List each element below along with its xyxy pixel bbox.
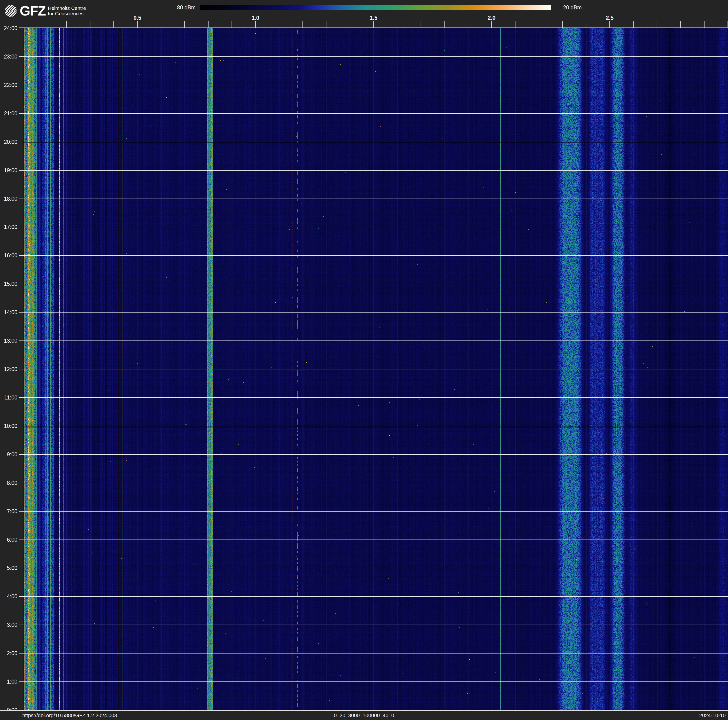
footer-doi-link[interactable]: https://doi.org/10.5880/GFZ.1.2.2024.003 xyxy=(22,712,117,718)
brand-subtitle-line2: for Geosciences xyxy=(48,11,86,16)
freq-minor-tick xyxy=(113,21,114,28)
time-tick-label: 17:00 xyxy=(1,224,17,230)
colorbar-max-label: -20 dBm xyxy=(561,5,582,11)
time-tick-label: 10:00 xyxy=(1,423,17,429)
freq-minor-tick xyxy=(562,21,563,28)
freq-tick-label: 2.0 xyxy=(488,15,496,21)
freq-minor-tick xyxy=(326,21,326,28)
freq-minor-tick xyxy=(468,21,468,28)
freq-minor-tick xyxy=(90,21,90,28)
hour-gridline xyxy=(19,682,728,682)
freq-minor-tick xyxy=(161,21,161,28)
hour-gridline xyxy=(19,625,728,625)
footer-date: 2024-10-10 xyxy=(699,712,726,718)
hour-gridline xyxy=(19,255,728,256)
hour-gridline xyxy=(19,85,728,85)
freq-minor-tick xyxy=(255,21,256,28)
hour-gridline xyxy=(19,283,728,284)
hour-gridline xyxy=(19,483,728,483)
freq-tick-label: 1.5 xyxy=(370,15,378,21)
hour-gridline xyxy=(19,170,728,171)
time-tick-label: 11:00 xyxy=(1,394,17,401)
time-tick-label: 4:00 xyxy=(1,593,17,600)
hour-gridline xyxy=(19,113,728,114)
time-tick-label: 8:00 xyxy=(1,479,17,486)
freq-minor-tick xyxy=(633,21,633,28)
time-tick-label: 14:00 xyxy=(1,309,17,316)
freq-minor-tick xyxy=(303,21,303,28)
colorbar-gradient xyxy=(200,5,551,10)
time-tick-label: 18:00 xyxy=(1,196,17,202)
hour-gridline xyxy=(19,539,728,540)
freq-tick-label: 0.5 xyxy=(133,15,141,21)
time-tick-label: 7:00 xyxy=(1,508,17,515)
freq-minor-tick xyxy=(373,21,374,28)
freq-minor-tick xyxy=(657,21,657,28)
gfz-logo: GFZ Helmholtz Centre for Geosciences xyxy=(5,5,86,17)
time-tick-label: 21:00 xyxy=(1,110,17,116)
hour-gridline xyxy=(19,142,728,142)
freq-minor-tick xyxy=(66,21,67,28)
brand-subtitle-line1: Helmholtz Centre xyxy=(48,5,86,11)
time-tick-label: 1:00 xyxy=(1,679,17,685)
time-tick-label: 9:00 xyxy=(1,451,17,458)
freq-minor-tick xyxy=(350,21,350,28)
brand-text: GFZ xyxy=(20,5,46,17)
hour-gridline xyxy=(19,397,728,398)
time-tick-label: 13:00 xyxy=(1,338,17,344)
freq-minor-tick xyxy=(137,21,138,28)
freq-minor-tick xyxy=(539,21,539,28)
time-tick-label: 22:00 xyxy=(1,82,17,88)
time-tick-label: 19:00 xyxy=(1,167,17,173)
hour-gridline xyxy=(19,312,728,313)
time-tick-label: 3:00 xyxy=(1,622,17,628)
freq-minor-tick xyxy=(43,21,43,28)
hour-gridline xyxy=(19,568,728,568)
time-tick-label: 23:00 xyxy=(1,54,17,60)
freq-minor-tick xyxy=(491,21,492,28)
hour-gridline xyxy=(19,57,728,57)
time-tick-label: 6:00 xyxy=(1,536,17,543)
time-tick-label: 16:00 xyxy=(1,252,17,259)
hour-gridline xyxy=(19,340,728,341)
hour-gridline xyxy=(19,596,728,597)
hour-gridline xyxy=(19,227,728,227)
hour-gridline xyxy=(19,426,728,426)
footer-bar: https://doi.org/10.5880/GFZ.1.2.2024.003… xyxy=(0,711,728,720)
plot-top-axis-line xyxy=(19,28,728,28)
freq-minor-tick xyxy=(444,21,445,28)
spectrogram-page: GFZ Helmholtz Centre for Geosciences -80… xyxy=(0,0,728,720)
freq-minor-tick xyxy=(208,21,208,28)
freq-minor-tick xyxy=(279,21,279,28)
time-tick-label: 15:00 xyxy=(1,281,17,287)
hour-gridline xyxy=(19,369,728,369)
freq-minor-tick xyxy=(609,21,610,28)
time-tick-label: 12:00 xyxy=(1,366,17,372)
brand-subtitle: Helmholtz Centre for Geosciences xyxy=(48,5,86,16)
freq-minor-tick xyxy=(184,21,185,28)
hour-gridline xyxy=(19,454,728,455)
hour-gridline xyxy=(19,199,728,199)
hour-gridline xyxy=(19,653,728,654)
freq-tick-label: 2.5 xyxy=(606,15,613,21)
hour-gridline xyxy=(19,511,728,512)
freq-minor-tick xyxy=(397,21,397,28)
time-tick-label: 20:00 xyxy=(1,139,17,145)
freq-minor-tick xyxy=(515,21,515,28)
freq-minor-tick xyxy=(586,21,586,28)
time-tick-label: 5:00 xyxy=(1,565,17,571)
gfz-striped-globe-icon xyxy=(5,5,17,17)
footer-settings-text: 0_20_3000_100000_40_0 xyxy=(334,712,394,718)
freq-minor-tick xyxy=(421,21,421,28)
freq-minor-tick xyxy=(704,21,705,28)
freq-minor-tick xyxy=(232,21,232,28)
freq-tick-label: 1.0 xyxy=(251,15,259,21)
freq-minor-tick xyxy=(680,21,681,28)
time-tick-label: 2:00 xyxy=(1,650,17,657)
time-tick-label: 24:00 xyxy=(1,25,17,32)
